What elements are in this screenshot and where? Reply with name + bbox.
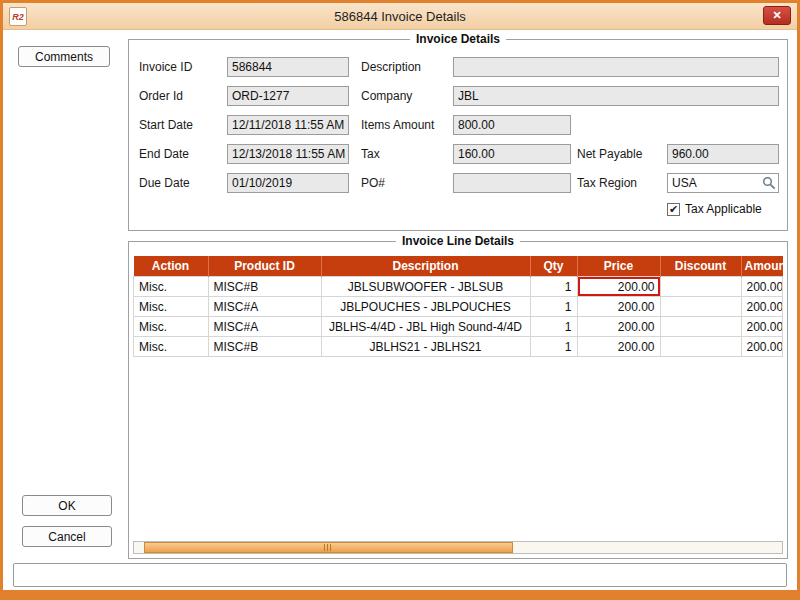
table-cell[interactable]: JBLSUBWOOFER - JBLSUB xyxy=(321,277,530,297)
table-cell[interactable] xyxy=(660,277,741,297)
company-field[interactable]: JBL xyxy=(453,86,779,106)
invoice-fields: Invoice ID 586844 Description Order Id O… xyxy=(129,40,787,221)
column-header-description[interactable]: Description xyxy=(321,256,530,277)
start-date-label: Start Date xyxy=(139,118,227,132)
invoice-line-details-group: Invoice Line Details ActionProduct IDDes… xyxy=(128,241,788,559)
table-row[interactable]: Misc.MISC#AJBLHS-4/4D - JBL High Sound-4… xyxy=(134,317,783,337)
line-items-table: ActionProduct IDDescriptionQtyPriceDisco… xyxy=(133,256,783,357)
tax-applicable-checkbox[interactable]: ✔ xyxy=(667,203,680,216)
description-field[interactable] xyxy=(453,57,779,77)
end-date-field[interactable]: 12/13/2018 11:55 AM xyxy=(227,144,349,164)
net-payable-field[interactable]: 960.00 xyxy=(667,144,779,164)
column-header-product-id[interactable]: Product ID xyxy=(208,256,321,277)
tax-region-label: Tax Region xyxy=(577,176,667,190)
comments-button[interactable]: Comments xyxy=(18,46,110,67)
invoice-id-label: Invoice ID xyxy=(139,60,227,74)
table-cell[interactable]: 1 xyxy=(530,297,577,317)
column-header-discount[interactable]: Discount xyxy=(660,256,741,277)
table-cell[interactable]: 1 xyxy=(530,277,577,297)
items-amount-label: Items Amount xyxy=(361,118,453,132)
table-cell[interactable]: 200.00 xyxy=(577,297,660,317)
app-logo-icon: R2 xyxy=(9,7,27,26)
due-date-label: Due Date xyxy=(139,176,227,190)
tax-field[interactable]: 160.00 xyxy=(453,144,571,164)
po-number-field[interactable] xyxy=(453,173,571,193)
tax-region-field[interactable]: USA xyxy=(667,173,779,193)
tax-applicable-row: ✔ Tax Applicable xyxy=(667,202,779,216)
table-cell[interactable]: 200.00 xyxy=(741,277,783,297)
items-amount-field[interactable]: 800.00 xyxy=(453,115,571,135)
table-cell[interactable]: 200.00 xyxy=(577,317,660,337)
status-bar xyxy=(13,563,787,587)
close-icon[interactable]: ✕ xyxy=(763,6,791,25)
ok-button[interactable]: OK xyxy=(22,495,112,516)
table-cell[interactable] xyxy=(660,317,741,337)
scrollbar-grip-icon xyxy=(324,544,333,551)
tax-applicable-label: Tax Applicable xyxy=(685,202,762,216)
column-header-amount[interactable]: Amount xyxy=(741,256,783,277)
table-cell[interactable]: JBLHS21 - JBLHS21 xyxy=(321,337,530,357)
tax-label: Tax xyxy=(361,147,453,161)
window-title: 586844 Invoice Details xyxy=(334,9,466,24)
table-cell[interactable]: MISC#A xyxy=(208,317,321,337)
cancel-button[interactable]: Cancel xyxy=(22,526,112,547)
company-label: Company xyxy=(361,89,453,103)
table-cell[interactable]: Misc. xyxy=(134,277,209,297)
table-cell[interactable]: Misc. xyxy=(134,297,209,317)
line-items-body: Misc.MISC#BJBLSUBWOOFER - JBLSUB1200.002… xyxy=(134,277,783,357)
tax-region-value: USA xyxy=(672,176,697,190)
horizontal-scrollbar[interactable] xyxy=(133,541,783,554)
table-row[interactable]: Misc.MISC#BJBLHS21 - JBLHS211200.00200.0… xyxy=(134,337,783,357)
po-number-label: PO# xyxy=(361,176,453,190)
titlebar[interactable]: R2 586844 Invoice Details ✕ xyxy=(3,3,797,30)
invoice-details-group: Invoice Details Invoice ID 586844 Descri… xyxy=(128,39,788,231)
net-payable-label: Net Payable xyxy=(577,147,667,161)
table-cell[interactable] xyxy=(660,297,741,317)
table-cell[interactable]: 200.00 xyxy=(577,277,660,297)
order-id-label: Order Id xyxy=(139,89,227,103)
table-cell[interactable]: JBLPOUCHES - JBLPOUCHES xyxy=(321,297,530,317)
invoice-details-window: R2 586844 Invoice Details ✕ Comments OK … xyxy=(0,0,800,600)
table-cell[interactable]: Misc. xyxy=(134,317,209,337)
table-cell[interactable]: 1 xyxy=(530,317,577,337)
table-cell[interactable]: MISC#A xyxy=(208,297,321,317)
table-cell[interactable]: 1 xyxy=(530,337,577,357)
invoice-line-details-group-title: Invoice Line Details xyxy=(396,234,520,248)
table-cell[interactable]: 200.00 xyxy=(741,317,783,337)
table-row[interactable]: Misc.MISC#BJBLSUBWOOFER - JBLSUB1200.002… xyxy=(134,277,783,297)
table-cell[interactable]: 200.00 xyxy=(741,337,783,357)
table-cell[interactable]: 200.00 xyxy=(741,297,783,317)
table-cell[interactable] xyxy=(660,337,741,357)
column-header-action[interactable]: Action xyxy=(134,256,209,277)
table-cell[interactable]: 200.00 xyxy=(577,337,660,357)
table-cell[interactable]: Misc. xyxy=(134,337,209,357)
invoice-id-field[interactable]: 586844 xyxy=(227,57,349,77)
search-icon[interactable] xyxy=(762,176,776,193)
table-cell[interactable]: MISC#B xyxy=(208,277,321,297)
start-date-field[interactable]: 12/11/2018 11:55 AM xyxy=(227,115,349,135)
due-date-field[interactable]: 01/10/2019 xyxy=(227,173,349,193)
column-header-qty[interactable]: Qty xyxy=(530,256,577,277)
table-cell[interactable]: MISC#B xyxy=(208,337,321,357)
column-header-price[interactable]: Price xyxy=(577,256,660,277)
end-date-label: End Date xyxy=(139,147,227,161)
description-label: Description xyxy=(361,60,453,74)
table-header-row: ActionProduct IDDescriptionQtyPriceDisco… xyxy=(134,256,783,277)
scrollbar-thumb[interactable] xyxy=(144,542,513,553)
table-row[interactable]: Misc.MISC#AJBLPOUCHES - JBLPOUCHES1200.0… xyxy=(134,297,783,317)
order-id-field[interactable]: ORD-1277 xyxy=(227,86,349,106)
invoice-details-group-title: Invoice Details xyxy=(410,32,506,46)
table-cell[interactable]: JBLHS-4/4D - JBL High Sound-4/4D xyxy=(321,317,530,337)
